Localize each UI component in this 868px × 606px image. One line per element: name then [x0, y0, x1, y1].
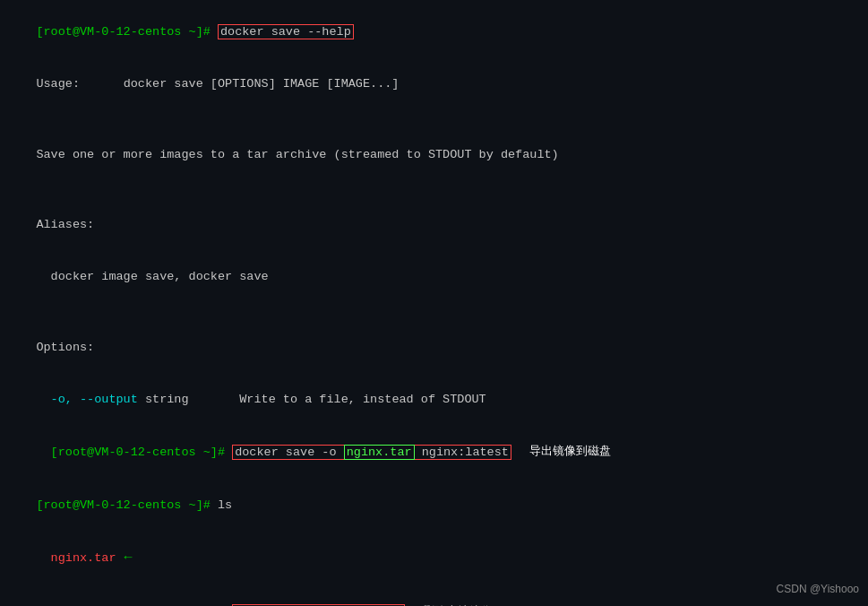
terminal: [root@VM-0-12-centos ~]# docker save --h… [7, 5, 861, 601]
line-usage: Usage: docker save [OPTIONS] IMAGE [IMAG… [7, 58, 861, 111]
options-label: Options: [36, 341, 94, 354]
docker-save-command: docker save -o nginx.tar nginx:latest [232, 445, 511, 460]
prompt-ls: [root@VM-0-12-centos ~]# [36, 498, 218, 512]
usage-text: Usage: docker save [OPTIONS] IMAGE [IMAG… [36, 77, 399, 91]
option-flag: -o, --output [36, 393, 137, 406]
prompt-save: [root@VM-0-12-centos ~]# [51, 446, 233, 459]
nginx-tar-arg: nginx.tar [344, 445, 415, 460]
command-1: docker save --help [218, 24, 354, 39]
save-annotation-text: 导出镜像到磁盘 [529, 445, 611, 458]
line-docker-save: [root@VM-0-12-centos ~]# docker save -o … [7, 427, 861, 480]
line-aliases-content: docker image save, docker save [7, 251, 861, 304]
rmi-command-line: [root@VM-0-12-centos ~]# docker rmi ngin… [7, 586, 405, 606]
line-blank3 [7, 304, 861, 322]
option-text: string Write to a file, instead of STDOU… [138, 393, 486, 406]
save-command-line: [root@VM-0-12-centos ~]# docker save -o … [7, 427, 511, 480]
line-docker-rmi: [root@VM-0-12-centos ~]# docker rmi ngin… [7, 586, 861, 606]
prompt-1: [root@VM-0-12-centos ~]# [36, 25, 218, 39]
watermark: CSDN @Yishooo [777, 582, 859, 597]
line-blank1 [7, 110, 861, 128]
description-text: Save one or more images to a tar archive… [36, 148, 558, 161]
line-1: [root@VM-0-12-centos ~]# docker save --h… [7, 5, 861, 58]
line-nginx-tar: nginx.tar ← [7, 532, 861, 586]
line-description: Save one or more images to a tar archive… [7, 128, 861, 181]
arrow-icon: ← [116, 550, 133, 566]
ls-command: ls [218, 498, 232, 512]
save-annotation: 导出镜像到磁盘 [529, 444, 611, 461]
line-options-header: Options: [7, 321, 861, 374]
line-aliases-header: Aliases: [7, 198, 861, 251]
nginx-tar-line: nginx.tar ← [7, 532, 133, 586]
aliases-label: Aliases: [36, 218, 94, 231]
aliases-text: docker image save, docker save [36, 270, 268, 283]
line-ls: [root@VM-0-12-centos ~]# ls [7, 479, 861, 532]
line-options-o: -o, --output string Write to a file, ins… [7, 374, 861, 427]
nginx-tar-file: nginx.tar [51, 551, 116, 565]
line-blank2 [7, 181, 861, 199]
